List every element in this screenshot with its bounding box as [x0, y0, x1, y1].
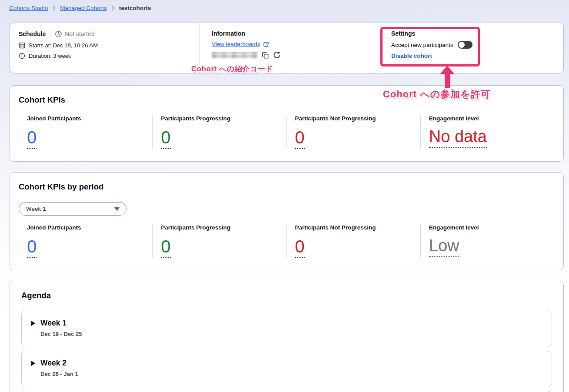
- toggle-knob: [459, 42, 465, 48]
- metric-joined-participants: Joined Participants 0: [19, 224, 153, 258]
- metric-value[interactable]: 0: [295, 128, 305, 149]
- caret-down-icon: [114, 207, 120, 211]
- metric-value[interactable]: 0: [27, 237, 37, 258]
- cohort-kpis-by-period-title: Cohort KPIs by period: [19, 182, 555, 192]
- metric-label: Engagement level: [429, 115, 555, 122]
- view-leaderboards-link[interactable]: View leaderboards: [212, 41, 260, 47]
- breadcrumb-current-cohort: testcohorts: [119, 5, 151, 11]
- breadcrumb-managed-cohorts[interactable]: Managed Cohorts: [60, 5, 106, 11]
- agenda-title: Agenda: [21, 291, 552, 300]
- week-title: Week 1: [40, 319, 67, 328]
- overview-card: Schedule Not started Starts at: Dec 19, …: [10, 23, 564, 73]
- schedule-title: Schedule: [19, 30, 46, 37]
- schedule-status: Not started: [65, 30, 94, 37]
- expand-triangle-icon[interactable]: [31, 361, 35, 366]
- metric-joined-participants: Joined Participants 0: [19, 115, 153, 149]
- agenda-week-2-row[interactable]: Week 2 Dec 26 - Jan 1: [21, 351, 552, 387]
- clock-icon: [55, 30, 62, 38]
- settings-title: Settings: [391, 30, 563, 37]
- week-title: Week 2: [40, 359, 67, 368]
- settings-section: Settings Accept new participants Disable…: [380, 23, 563, 73]
- external-link-icon: [263, 41, 269, 47]
- metric-value[interactable]: 0: [27, 128, 37, 149]
- accept-new-participants-label: Accept new participants: [391, 42, 453, 48]
- kpi-metrics-by-period: Joined Participants 0 Participants Progr…: [19, 224, 555, 258]
- metric-value[interactable]: No data: [429, 128, 487, 148]
- disable-cohort-link[interactable]: Disable cohort: [391, 53, 432, 59]
- metric-value[interactable]: 0: [161, 237, 170, 258]
- metric-engagement-level: Engagement level Low: [421, 224, 555, 258]
- cohort-kpis-by-period-card: Cohort KPIs by period Week 1 Joined Part…: [10, 172, 564, 270]
- metric-value[interactable]: 0: [295, 237, 305, 258]
- info-icon: [19, 53, 25, 59]
- calendar-icon: [19, 42, 25, 49]
- week-dates: Dec 26 - Jan 1: [40, 371, 552, 377]
- schedule-section: Schedule Not started Starts at: Dec 19, …: [10, 23, 199, 73]
- period-selector-value: Week 1: [26, 206, 46, 212]
- metric-label: Participants Progressing: [161, 224, 286, 231]
- agenda-card: Agenda Week 1 Dec 19 - Dec 25 Week 2 Dec…: [10, 281, 564, 392]
- breadcrumb-cohorts-studio[interactable]: Cohorts Studio: [9, 5, 48, 11]
- cohort-detail-page: Cohorts Studio Managed Cohorts testcohor…: [0, 0, 569, 392]
- metric-participants-progressing: Participants Progressing 0: [153, 115, 286, 149]
- divider: [50, 30, 50, 38]
- information-title: Information: [212, 30, 380, 37]
- metric-engagement-level: Engagement level No data: [421, 115, 555, 149]
- metric-label: Participants Not Progressing: [295, 224, 420, 231]
- metric-participants-progressing: Participants Progressing 0: [153, 224, 286, 258]
- metric-value[interactable]: Low: [429, 237, 459, 257]
- metric-label: Joined Participants: [27, 224, 152, 231]
- schedule-duration: Duration: 3 week: [29, 53, 71, 59]
- kpi-metrics: Joined Participants 0 Participants Progr…: [19, 115, 555, 149]
- period-selector[interactable]: Week 1: [19, 202, 126, 216]
- breadcrumb: Cohorts Studio Managed Cohorts testcohor…: [9, 5, 151, 11]
- schedule-starts-at: Starts at: Dec 19, 10:26 AM: [29, 42, 98, 49]
- expand-triangle-icon[interactable]: [31, 321, 35, 326]
- referral-code-redacted: [212, 52, 258, 59]
- metric-label: Participants Not Progressing: [295, 115, 420, 122]
- copy-icon[interactable]: [262, 52, 269, 59]
- chevron-right-icon: [111, 6, 115, 11]
- metric-label: Participants Progressing: [161, 115, 286, 122]
- metric-value[interactable]: 0: [161, 128, 170, 149]
- metric-participants-not-progressing: Participants Not Progressing 0: [287, 224, 421, 258]
- metric-label: Engagement level: [429, 224, 555, 231]
- participation-annotation: Cohort への参加を許可: [383, 88, 491, 101]
- metric-participants-not-progressing: Participants Not Progressing 0: [287, 115, 421, 149]
- week-dates: Dec 19 - Dec 25: [40, 331, 552, 337]
- agenda-rows: Week 1 Dec 19 - Dec 25 Week 2 Dec 26 - J…: [21, 311, 552, 392]
- referral-code-annotation: Cohort への紹介コード: [191, 64, 273, 74]
- annotation-arrow-up-icon: [440, 66, 454, 88]
- metric-label: Joined Participants: [27, 115, 152, 122]
- refresh-icon[interactable]: [273, 51, 281, 59]
- agenda-week-1-row[interactable]: Week 1 Dec 19 - Dec 25: [21, 311, 552, 347]
- chevron-right-icon: [52, 6, 56, 11]
- accept-new-participants-toggle[interactable]: [458, 41, 473, 49]
